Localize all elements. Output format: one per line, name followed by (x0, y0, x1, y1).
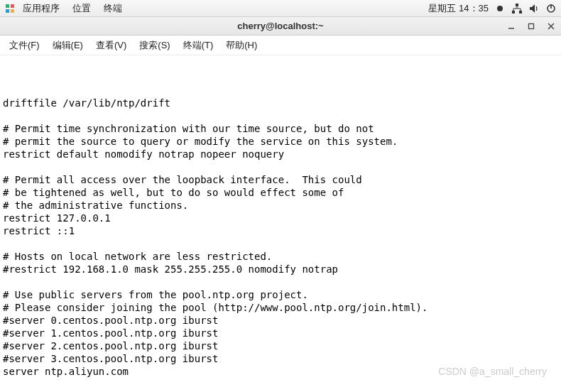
terminal-line: #server 3.centos.pool.ntp.org iburst (3, 352, 558, 365)
volume-icon[interactable] (528, 3, 540, 14)
system-top-panel: 应用程序 位置 终端 星期五 14：35 (0, 0, 561, 17)
terminal-line: # Use public servers from the pool.ntp.o… (3, 288, 558, 301)
svg-rect-4 (516, 4, 518, 6)
minimize-button[interactable] (501, 17, 521, 36)
terminal-line (3, 160, 558, 173)
maximize-button[interactable] (521, 17, 541, 36)
window-titlebar[interactable]: cherry@localhost:~ (0, 17, 561, 36)
svg-rect-5 (512, 11, 515, 13)
terminal-line: driftfile /var/lib/ntp/drift (3, 97, 558, 109)
terminal-line: restrict 127.0.0.1 (3, 212, 558, 224)
distro-logo-icon (4, 3, 16, 14)
menu-view[interactable]: 查看(V) (89, 36, 133, 55)
close-button[interactable] (541, 17, 561, 36)
terminal-line: # Permit time synchronization with our t… (3, 122, 558, 135)
terminal-line: #server 2.centos.pool.ntp.org iburst (3, 339, 558, 352)
network-icon[interactable] (511, 3, 523, 14)
terminal-line: # Permit all access over the loopback in… (3, 173, 558, 186)
power-icon[interactable] (545, 3, 557, 14)
svg-rect-1 (11, 4, 14, 8)
terminal-line (3, 237, 558, 250)
terminal-line: # Hosts on local network are less restri… (3, 250, 558, 263)
svg-rect-10 (529, 23, 534, 28)
terminal-line (3, 109, 558, 122)
app-menubar: 文件(F) 编辑(E) 查看(V) 搜索(S) 终端(T) 帮助(H) (0, 36, 561, 55)
menu-help[interactable]: 帮助(H) (219, 36, 263, 55)
terminal-line: #server 0.centos.pool.ntp.org iburst (3, 314, 558, 327)
record-dot-icon[interactable] (494, 3, 506, 14)
terminal-line: #restrict 192.168.1.0 mask 255.255.255.0… (3, 263, 558, 276)
terminal-line: server ntp.aliyun.com (3, 365, 558, 378)
menu-terminal[interactable]: 终端 (98, 2, 128, 15)
terminal-line: # Please consider joining the pool (http… (3, 301, 558, 314)
menu-applications[interactable]: 应用程序 (17, 2, 65, 15)
menu-terminal-app[interactable]: 终端(T) (177, 36, 220, 55)
terminal-line (3, 276, 558, 288)
terminal-line: #server 1.centos.pool.ntp.org iburst (3, 327, 558, 339)
menu-file[interactable]: 文件(F) (3, 36, 46, 55)
svg-rect-6 (519, 11, 522, 13)
terminal-line: restrict ::1 (3, 224, 558, 237)
menu-places[interactable]: 位置 (67, 2, 97, 15)
clock-label[interactable]: 星期五 14：35 (428, 2, 489, 15)
terminal-viewport[interactable]: driftfile /var/lib/ntp/drift# Permit tim… (0, 55, 561, 392)
svg-rect-0 (6, 4, 9, 8)
menu-edit[interactable]: 编辑(E) (46, 36, 89, 55)
terminal-line: restrict default nomodify notrap nopeer … (3, 148, 558, 160)
terminal-line: # permit the source to query or modify t… (3, 135, 558, 148)
svg-rect-3 (11, 9, 14, 13)
terminal-line: # be tightened as well, but to do so wou… (3, 186, 558, 199)
menu-search[interactable]: 搜索(S) (133, 36, 176, 55)
svg-rect-2 (6, 9, 9, 13)
window-title: cherry@localhost:~ (0, 21, 561, 31)
terminal-line: # the administrative functions. (3, 199, 558, 212)
terminal-line (3, 84, 558, 97)
